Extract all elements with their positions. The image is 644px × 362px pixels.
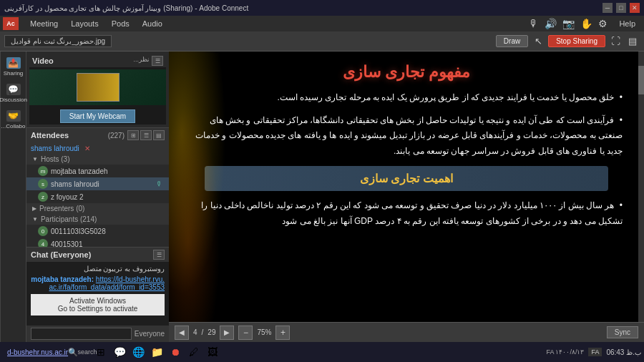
chat-body[interactable]: روستبروف به تریبون متصل mojtaba tanzadeh…	[26, 262, 169, 326]
right-panel: Video ...نظر ☰ Start My Webcam Attendees…	[26, 52, 169, 342]
menu-bar: Ac Meeting Layouts Pods Audio 🎙 🔊 📷 ✋ ⚙ …	[0, 16, 644, 31]
content-area: مفهوم تجاری سازی • خلق محصول یا خدمت یا …	[169, 52, 644, 342]
sharing-label: Sharing	[4, 70, 24, 77]
activate-windows-msg: Activate WindowsGo to Settings to activa…	[31, 294, 165, 315]
attendees-grid-view[interactable]: ⊞	[127, 130, 139, 140]
page-current: 4	[193, 328, 197, 336]
attendees-options[interactable]: ▤	[153, 130, 165, 140]
fullscreen-icon[interactable]: ⛶	[608, 34, 623, 49]
chat-system-msg: روستبروف به تریبون متصل	[84, 265, 165, 273]
prev-page-button[interactable]: ◀	[175, 326, 189, 340]
next-page-button[interactable]: ▶	[220, 326, 234, 340]
menu-item-help[interactable]: Help	[613, 18, 641, 29]
presenters-group-header[interactable]: ▶ Presenters (0)	[26, 203, 169, 214]
menu-item-layouts[interactable]: Layouts	[65, 18, 104, 29]
avatar: s	[38, 179, 48, 189]
chat-app-icon[interactable]: 💬	[111, 343, 128, 361]
selected-attendee: shams lahroudi	[31, 145, 79, 152]
sharing-icon: 📤	[6, 57, 21, 69]
layout-icon[interactable]: ▤	[625, 34, 640, 49]
title-text: وبینار آموزش چالش های تجاری محصول در کار…	[4, 4, 248, 12]
content-bottom: ◀ 4 / 29 ▶ − 75% + Sync	[169, 322, 644, 342]
title-bar: وبینار آموزش چالش های تجاری محصول در کار…	[0, 0, 644, 16]
attendees-list-view[interactable]: ☰	[140, 130, 152, 140]
draw-button[interactable]: Draw	[496, 35, 528, 47]
participants-group-header[interactable]: ▼ Participants (214)	[26, 214, 169, 225]
bullet-text-3: هر سال بیش از ۱۰۰۰ میلیارد دلار در دنیا …	[201, 200, 623, 226]
photo-icon[interactable]: 🖼	[204, 343, 221, 361]
presenters-label: Presenters (0)	[39, 205, 84, 212]
taskbar-right: 06:43 ب.ظ FA FA ۱۴۰۰/۸/۱۳	[546, 348, 641, 356]
browser-icon[interactable]: 🌐	[130, 343, 147, 361]
start-webcam-button[interactable]: Start My Webcam	[60, 109, 135, 123]
mic-icon[interactable]: 🎙	[529, 18, 539, 29]
chat-message: روستبروف به تریبون متصل	[31, 265, 165, 273]
pen-icon[interactable]: 🖊	[185, 343, 203, 361]
avatar: m	[38, 166, 48, 176]
hand-icon[interactable]: ✋	[580, 18, 592, 29]
chat-sender: mojtaba tanzadeh:	[31, 275, 94, 283]
chat-recipient: Everyone	[135, 330, 165, 338]
attendee-item[interactable]: 4 40015301	[26, 238, 169, 247]
attendee-item[interactable]: z z foyouz 2	[26, 190, 169, 203]
settings-icon[interactable]: ⚙	[598, 18, 608, 29]
stop-sharing-button[interactable]: Stop Sharing	[548, 35, 605, 47]
hosts-group-header[interactable]: ▼ Hosts (3)	[26, 154, 169, 165]
attendee-name: mojtaba tanzadeh	[51, 167, 163, 175]
attendee-item[interactable]: m mojtaba tanzadeh	[26, 165, 169, 177]
record-icon[interactable]: ⏺	[167, 343, 184, 361]
attendees-header: Attendees (227) ⊞ ☰ ▤	[26, 128, 169, 142]
collab-panel-icon[interactable]: 🤝 Collabo...	[2, 107, 25, 132]
attendee-name: z foyouz 2	[51, 193, 163, 201]
avatar: z	[38, 192, 48, 202]
page-separator: /	[202, 328, 204, 336]
far-right-panel: 📤 Sharing 💬 Discussion 🤝 Collabo...	[0, 52, 26, 342]
bullet-marker-1: •	[620, 92, 623, 102]
zoom-level: 75%	[257, 328, 271, 336]
cursor-icon[interactable]: ↖	[531, 34, 545, 49]
maximize-button[interactable]: □	[616, 3, 626, 13]
menu-item-audio[interactable]: Audio	[137, 18, 168, 29]
bullet-text-1: خلق محصول یا خدمت یا فرایند جدیدی که از …	[277, 92, 614, 102]
toolbar: حضور_برنگ ثبت نام قوادیل.jpg Draw ↖ Stop…	[0, 31, 644, 52]
speaker-icon[interactable]: 🔊	[545, 18, 557, 29]
hosts-label: Hosts (3)	[41, 155, 70, 163]
chat-options-button[interactable]: ☰	[153, 250, 165, 260]
webcam-thumbnail	[77, 73, 119, 102]
menu-item-pods[interactable]: Pods	[106, 18, 135, 29]
participants-label: Participants (214)	[41, 215, 97, 223]
slide-bullet-1: • خلق محصول یا خدمت یا فرایند جدیدی که ا…	[183, 90, 630, 106]
bullet-text-2: فرآیندی است که طی آن ایده و نتیجه یا تول…	[195, 115, 623, 156]
slide-scrollbar[interactable]	[638, 52, 644, 322]
attendees-list[interactable]: ▼ Hosts (3) m mojtaba tanzadeh s shams l…	[26, 154, 169, 247]
chat-input[interactable]	[31, 328, 132, 340]
zoom-out-button[interactable]: −	[238, 326, 253, 340]
video-options-button[interactable]: ☰	[152, 56, 163, 66]
minimize-button[interactable]: ─	[602, 3, 613, 13]
menu-right-controls: 🎙 🔊 📷 ✋ ⚙ Help	[529, 18, 641, 29]
sync-button[interactable]: Sync	[607, 326, 638, 338]
chat-header: Chat (Everyone) ☰	[26, 248, 169, 262]
avatar: 0	[38, 226, 48, 236]
slide-scroll-thumb[interactable]	[638, 66, 644, 94]
windows-icon[interactable]: ⊞	[92, 343, 109, 361]
sharing-panel-icon[interactable]: 📤 Sharing	[2, 54, 25, 79]
attendee-item[interactable]: 0 0011103l3G5028	[26, 225, 169, 238]
attendees-title: Attendees	[31, 131, 108, 140]
menu-item-meeting[interactable]: Meeting	[24, 18, 64, 29]
slide-section-title: اهمیت تجاری سازی	[205, 166, 608, 191]
taskbar: d-bushehr.nus.ac.ir 🔍 search ⊞ 💬 🌐 📁 ⏺ 🖊…	[0, 342, 644, 362]
discussion-panel-icon[interactable]: 💬 Discussion	[2, 81, 25, 106]
video-section: Video ...نظر ☰ Start My Webcam	[26, 52, 169, 128]
hosts-arrow: ▼	[32, 156, 38, 162]
remove-attendee-icon[interactable]: ✕	[84, 145, 90, 152]
zoom-in-button[interactable]: +	[275, 326, 290, 340]
video-header: Video ...نظر ☰	[29, 54, 166, 67]
search-icon[interactable]: 🔍 search	[74, 343, 91, 361]
folder-icon[interactable]: 📁	[148, 343, 165, 361]
attendee-item[interactable]: s shams lahroudi 🎙	[26, 177, 169, 190]
webcam-preview	[29, 69, 166, 105]
close-button[interactable]: ✕	[630, 3, 640, 13]
camera-icon[interactable]: 📷	[562, 18, 575, 29]
taskbar-start[interactable]: d-bushehr.nus.ac.ir	[3, 347, 72, 358]
